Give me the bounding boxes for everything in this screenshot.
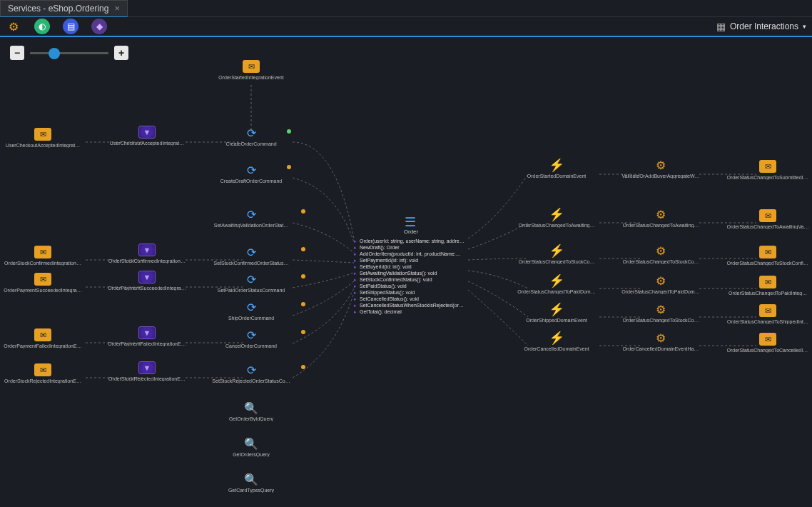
domain-event-node[interactable]: ⚡ OrderStartedDomainEvent bbox=[514, 159, 599, 179]
entity-member[interactable]: AddOrderItem(productId: int, productName… bbox=[354, 251, 468, 257]
command-node[interactable]: ⟳ SetStockRejectedOrderStatusCo… bbox=[208, 363, 294, 383]
query-node[interactable]: 🔍 GetOrdersQuery bbox=[208, 437, 294, 457]
connection-dot bbox=[301, 274, 305, 278]
integration-event-node[interactable]: ✉ OrderStockConfirmedIntegration… bbox=[0, 246, 86, 266]
command-node[interactable]: ⟳ SetStockConfirmedOrderStatus… bbox=[208, 246, 294, 266]
node-label: OrderStatusChangedToSubmittedIn… bbox=[727, 175, 809, 180]
domain-event-node[interactable]: ⚡ OrderStatusChangedToStockCo… bbox=[514, 244, 599, 264]
entity-member[interactable]: NewDraft(): Order bbox=[354, 244, 468, 251]
diagram-canvas[interactable]: ✉ OrderStartedIntegrationEvent ✉ UserChe… bbox=[0, 39, 812, 507]
envelope-icon: ✉ bbox=[759, 276, 776, 288]
query-node[interactable]: 🔍 GetCardTypesQuery bbox=[208, 473, 294, 493]
node-label: CancelOrderCommand bbox=[225, 343, 277, 348]
node-label: GetCardTypesQuery bbox=[228, 488, 274, 493]
entity-member[interactable]: SetStockConfirmedStatus(): void bbox=[354, 276, 468, 283]
envelope-icon: ✉ bbox=[34, 363, 51, 376]
integration-event-node[interactable]: ✉ OrderPaymentFailedIntegrationE… bbox=[0, 328, 86, 348]
node-label: OrderPaymentFailedIntegrationE… bbox=[4, 343, 81, 348]
gear-icon[interactable]: ⚙ bbox=[6, 19, 21, 34]
chevron-down-icon: ▾ bbox=[803, 23, 806, 30]
envelope-icon: ✉ bbox=[759, 333, 776, 346]
entity-order[interactable]: ☰ Order Order(userId: string, userName: … bbox=[354, 214, 468, 315]
entity-member[interactable]: SetPaidStatus(): void bbox=[354, 283, 468, 289]
node-label: GetOrderByIdQuery bbox=[229, 416, 273, 421]
lightning-icon: ⚡ bbox=[548, 208, 565, 221]
domain-event-node[interactable]: ⚡ OrderStatusChangedToPaidDom… bbox=[514, 274, 599, 294]
connection-dot bbox=[301, 330, 305, 334]
integration-event-node[interactable]: ✉ UserCheckoutAcceptedIntegrat… bbox=[0, 128, 86, 148]
entity-member[interactable]: GetTotal(): decimal bbox=[354, 308, 468, 315]
gears-icon: ⚙ bbox=[652, 208, 669, 221]
integration-event-node[interactable]: ✉ OrderPaymentSucceededIntegra… bbox=[0, 273, 86, 293]
domain-event-node[interactable]: ⚡ OrderCancelledDomainEvent bbox=[514, 331, 599, 351]
integration-event-node[interactable]: ✉ OrderStockRejectedIntegrationE… bbox=[0, 363, 86, 383]
integration-event-node[interactable]: ✉ OrderStatusChangedToCancelledIn… bbox=[725, 333, 811, 353]
node-label: OrderStatusChangedToPaidDom… bbox=[517, 289, 595, 294]
node-label: SetPaidOrderStatusCommand bbox=[218, 288, 285, 293]
purple-tool-icon[interactable]: ◆ bbox=[91, 19, 107, 34]
node-label: OrderCancelledDomainEventHa… bbox=[623, 346, 699, 351]
entity-member[interactable]: SetAwaitingValidationStatus(): void bbox=[354, 270, 468, 276]
node-label: OrderStartedDomainEvent bbox=[527, 174, 586, 179]
domain-handler-node[interactable]: ⚙ OrderCancelledDomainEventHa… bbox=[618, 331, 704, 351]
interactions-dropdown[interactable]: ▦ Order Interactions ▾ bbox=[716, 21, 806, 32]
handler-icon: ▼ bbox=[138, 271, 156, 283]
node-label: CreateOrderCommand bbox=[225, 141, 276, 146]
event-handler-node[interactable]: ▼ OrderPaymentSucceededIntegra… bbox=[104, 271, 190, 291]
domain-handler-node[interactable]: ⚙ OrderStatusChangedToStockCo… bbox=[618, 244, 704, 264]
command-node[interactable]: ⟳ CancelOrderCommand bbox=[208, 328, 294, 348]
node-label: UserCheckoutAcceptedIntegrat… bbox=[110, 141, 184, 146]
node-label: OrderStatusChangedToPaidDom… bbox=[621, 289, 699, 294]
entity-member[interactable]: SetCancelledStatusWhenStockIsRejected(or… bbox=[354, 302, 468, 308]
event-handler-node[interactable]: ▼ OrderPaymentFailedIntegrationE… bbox=[104, 326, 190, 346]
node-label: SetAwaitingValidationOrderStat… bbox=[214, 223, 288, 228]
envelope-icon: ✉ bbox=[243, 60, 260, 73]
node-label: OrderPaymentSucceededIntegra… bbox=[4, 288, 81, 293]
command-node[interactable]: ⟳ SetAwaitingValidationOrderStat… bbox=[208, 208, 294, 228]
command-node[interactable]: ⟳ ShipOrderCommand bbox=[208, 301, 294, 321]
close-icon[interactable]: × bbox=[114, 3, 120, 14]
event-handler-node[interactable]: ▼ UserCheckoutAcceptedIntegrat… bbox=[104, 126, 190, 146]
integration-event-node[interactable]: ✉ OrderStatusChangedToAwaitingVali… bbox=[725, 209, 811, 229]
tab-services[interactable]: Services - eShop.Ordering × bbox=[0, 0, 128, 17]
envelope-icon: ✉ bbox=[759, 304, 776, 317]
integration-event-node[interactable]: ✉ OrderStartedIntegrationEvent bbox=[208, 60, 294, 80]
node-label: OrderPaymentFailedIntegrationE… bbox=[108, 341, 186, 346]
integration-event-node[interactable]: ✉ OrderStatusChangedToSubmittedIn… bbox=[725, 160, 811, 180]
domain-event-node[interactable]: ⚡ OrderStatusChangedToAwaiting… bbox=[514, 208, 599, 228]
interactions-label: Order Interactions bbox=[730, 21, 798, 31]
integration-event-node[interactable]: ✉ OrderStatusChangedToShippedInt… bbox=[725, 304, 811, 324]
domain-handler-node[interactable]: ⚙ ValidateOrAddBuyerAggregateW… bbox=[618, 159, 704, 179]
command-node[interactable]: ⟳ CreateDraftOrderCommand bbox=[208, 164, 294, 184]
event-handler-node[interactable]: ▼ OrderStockConfirmedIntegration… bbox=[104, 244, 190, 263]
database-icon: 🔍 bbox=[243, 473, 260, 486]
node-label: OrderShippedDomainEvent bbox=[526, 318, 587, 323]
gears-icon: ⚙ bbox=[652, 159, 669, 171]
entity-member[interactable]: SetCancelledStatus(): void bbox=[354, 296, 468, 302]
domain-handler-node[interactable]: ⚙ OrderStatusChangedToStockCo… bbox=[618, 303, 704, 323]
command-node[interactable]: ⟳ CreateOrderCommand bbox=[208, 126, 294, 146]
gears-icon: ⚙ bbox=[652, 303, 669, 316]
entity-member[interactable]: Order(userId: string, userName: string, … bbox=[354, 238, 468, 244]
gears-icon: ⚙ bbox=[652, 244, 669, 257]
gears-icon: ⚙ bbox=[652, 274, 669, 287]
domain-handler-node[interactable]: ⚙ OrderStatusChangedToPaidDom… bbox=[618, 274, 704, 294]
green-tool-icon[interactable]: ◐ bbox=[34, 19, 50, 34]
node-label: OrderStatusChangedToAwaiting… bbox=[519, 223, 595, 228]
command-node[interactable]: ⟳ SetPaidOrderStatusCommand bbox=[208, 273, 294, 293]
blue-tool-icon[interactable]: ▤ bbox=[63, 19, 78, 34]
command-icon: ⟳ bbox=[243, 246, 260, 258]
domain-event-node[interactable]: ⚡ OrderShippedDomainEvent bbox=[514, 303, 599, 323]
entity-member[interactable]: SetBuyerId(id: int): void bbox=[354, 263, 468, 270]
query-node[interactable]: 🔍 GetOrderByIdQuery bbox=[208, 401, 294, 421]
entity-member[interactable]: SetShippedStatus(): void bbox=[354, 289, 468, 296]
integration-event-node[interactable]: ✉ OrderStatusChangedToPaidInteg… bbox=[725, 276, 811, 296]
command-icon: ⟳ bbox=[243, 301, 260, 313]
node-label: OrderStockConfirmedIntegration… bbox=[4, 261, 81, 266]
handler-icon: ▼ bbox=[138, 326, 156, 339]
node-label: OrderCancelledDomainEvent bbox=[524, 346, 589, 351]
event-handler-node[interactable]: ▼ OrderStockRejectedIntegrationE… bbox=[104, 361, 190, 381]
domain-handler-node[interactable]: ⚙ OrderStatusChangedToAwaiting… bbox=[618, 208, 704, 228]
entity-member[interactable]: SetPaymentId(id: int): void bbox=[354, 257, 468, 263]
integration-event-node[interactable]: ✉ OrderStatusChangedToStockConfir… bbox=[725, 246, 811, 266]
